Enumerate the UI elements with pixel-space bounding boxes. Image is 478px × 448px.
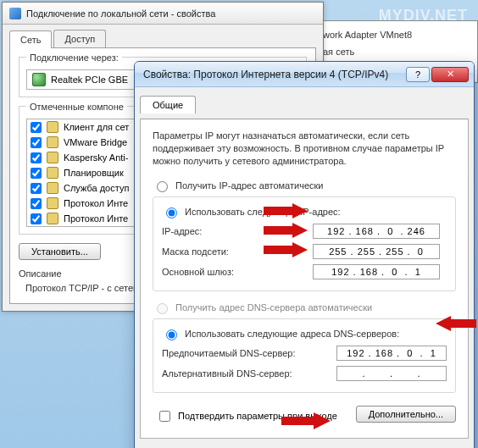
component-checkbox[interactable] — [31, 122, 42, 133]
front-titlebar[interactable]: Свойства: Протокол Интернета версии 4 (T… — [135, 62, 474, 87]
advanced-button[interactable]: Дополнительно... — [356, 406, 456, 423]
radio-ip-auto-label: Получить IP-адрес автоматически — [175, 180, 323, 191]
window-buttons: ? ✕ — [406, 67, 469, 82]
front-tabstrip: Общие — [135, 91, 474, 113]
component-checkbox[interactable] — [31, 168, 42, 179]
component-checkbox[interactable] — [31, 198, 42, 209]
component-icon — [47, 121, 58, 133]
dns1-input[interactable] — [336, 346, 447, 361]
tab-network[interactable]: Сеть — [9, 30, 52, 48]
mask-input[interactable] — [313, 244, 440, 259]
component-label: VMware Bridge — [64, 137, 127, 147]
component-label: Протокол Инте — [64, 213, 128, 224]
component-checkbox[interactable] — [31, 137, 42, 148]
radio-ip-manual[interactable]: Использовать следующий IP-адрес: — [162, 202, 447, 221]
component-label: Планировщик — [64, 168, 124, 178]
components-label: Отмеченные компоне — [26, 102, 127, 112]
radio-ip-manual-input[interactable] — [166, 207, 177, 218]
dns2-input[interactable] — [336, 366, 447, 381]
radio-dns-manual-label: Использовать следующие адреса DNS-сервер… — [185, 329, 399, 339]
adapter-name: Realtek PCIe GBE — [51, 75, 128, 85]
bg-adapter-line1: work Adapter VMnet8 — [323, 26, 472, 43]
radio-ip-auto[interactable]: Получить IP-адрес автоматически — [153, 176, 456, 195]
component-icon — [47, 167, 58, 179]
gateway-input[interactable] — [313, 264, 440, 279]
dns2-label: Альтернативный DNS-сервер: — [162, 368, 330, 379]
mask-label: Маска подсети: — [162, 246, 306, 257]
component-icon — [47, 213, 58, 224]
tab-access[interactable]: Доступ — [53, 30, 106, 47]
connect-via-label: Подключение через: — [26, 53, 122, 63]
close-icon: ✕ — [447, 69, 454, 80]
component-checkbox[interactable] — [31, 152, 42, 163]
radio-ip-manual-label: Использовать следующий IP-адрес: — [185, 207, 341, 217]
component-checkbox[interactable] — [31, 213, 42, 224]
component-label: Служба доступ — [64, 183, 129, 193]
help-button[interactable]: ? — [406, 67, 430, 82]
intro-text: Параметры IP могут назначаться автоматич… — [153, 130, 456, 168]
component-label: Протокол Инте — [64, 198, 128, 208]
radio-dns-auto: Получить адрес DNS-сервера автоматически — [153, 298, 456, 317]
back-title: Подключение по локальной сети - свойства — [26, 8, 316, 19]
gateway-label: Основной шлюз: — [162, 267, 306, 277]
ip-fieldset: Использовать следующий IP-адрес: IP-адре… — [153, 196, 456, 291]
back-titlebar[interactable]: Подключение по локальной сети - свойства — [3, 3, 323, 25]
back-tabstrip: Сеть Доступ — [3, 25, 323, 47]
close-button[interactable]: ✕ — [431, 67, 469, 82]
install-button[interactable]: Установить... — [19, 243, 101, 260]
bg-adapter-line2: ая сеть — [323, 43, 472, 60]
component-icon — [47, 152, 58, 163]
radio-dns-auto-input — [157, 303, 168, 314]
confirm-checkbox[interactable] — [159, 411, 170, 422]
component-label: Клиент для сет — [64, 122, 129, 132]
ipv4-properties-window: Свойства: Протокол Интернета версии 4 (T… — [134, 61, 475, 448]
front-body: Параметры IP могут назначаться автоматич… — [140, 119, 469, 439]
component-icon — [47, 136, 58, 148]
tab-general[interactable]: Общие — [140, 96, 196, 113]
radio-dns-manual-input[interactable] — [166, 329, 177, 340]
ip-label: IP-адрес: — [162, 226, 306, 236]
radio-ip-auto-input[interactable] — [157, 181, 168, 192]
component-label: Kaspersky Anti- — [64, 152, 128, 163]
dialog-buttons: ОК Отмена — [135, 444, 474, 448]
dns1-label: Предпочитаемый DNS-сервер: — [162, 348, 330, 358]
network-icon — [9, 8, 21, 19]
confirm-label: Подтвердить параметры при выходе — [178, 411, 337, 421]
dns-fieldset: Использовать следующие адреса DNS-сервер… — [153, 318, 456, 393]
front-title: Свойства: Протокол Интернета версии 4 (T… — [143, 69, 406, 80]
component-icon — [47, 197, 58, 209]
radio-dns-auto-label: Получить адрес DNS-сервера автоматически — [175, 302, 372, 312]
radio-dns-manual[interactable]: Использовать следующие адреса DNS-сервер… — [162, 324, 447, 343]
component-icon — [47, 182, 58, 194]
adapter-icon — [32, 73, 46, 86]
component-checkbox[interactable] — [31, 183, 42, 194]
ip-input[interactable] — [313, 224, 440, 239]
